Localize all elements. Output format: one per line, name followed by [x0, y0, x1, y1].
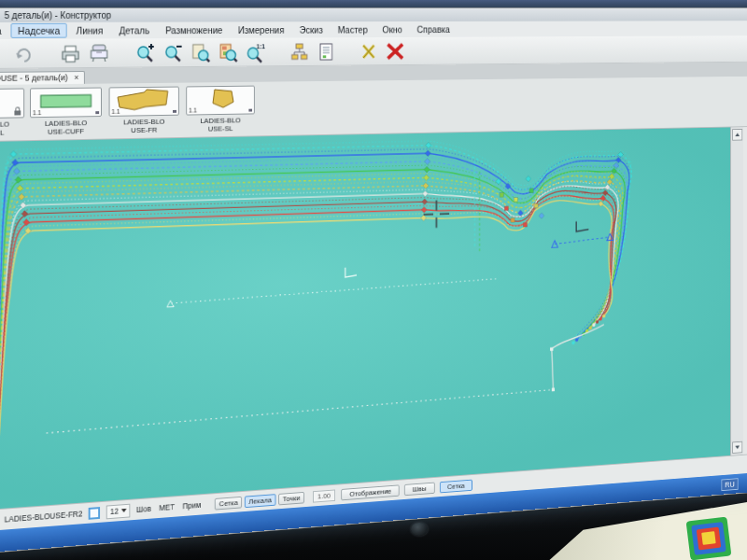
report-icon[interactable] — [316, 40, 337, 63]
status-button-1[interactable]: Швы — [404, 483, 434, 497]
menu-item-4[interactable]: Размножение — [159, 22, 230, 37]
plotter-icon[interactable] — [88, 41, 111, 65]
piece-label: LADIES-BLOUSE-COL — [0, 119, 24, 137]
chevron-down-icon — [121, 509, 127, 512]
piece-thumbnail: 1.1 — [186, 86, 255, 116]
monitor-power-button[interactable] — [411, 523, 428, 536]
piece-card-use-sl[interactable]: 1.1LADIES-BLOUSE-SL — [186, 86, 255, 133]
status-label-1: МЕТ — [159, 502, 175, 512]
window-title: 5 деталь(и) - Конструктор — [5, 10, 111, 21]
piece-scale: 1.1 — [111, 108, 120, 115]
toggle-0[interactable]: Сетка — [215, 497, 242, 511]
menu-item-5[interactable]: Измерения — [232, 22, 291, 37]
status-button-2[interactable]: Сетка — [439, 480, 472, 494]
menu-item-9[interactable]: Справка — [411, 22, 457, 36]
status-label-0: Шов — [136, 504, 151, 514]
zoom-in-icon[interactable] — [134, 41, 156, 65]
piece-thumbnail: 1.1 — [0, 89, 24, 119]
menu-item-8[interactable]: Окно — [376, 22, 409, 36]
undo-icon[interactable] — [11, 41, 35, 65]
scroll-up-icon[interactable] — [732, 129, 742, 141]
scroll-down-icon[interactable] — [732, 441, 742, 454]
piece-label: LADIES-BLOUSE-FR — [109, 118, 179, 135]
zoom-one-to-one-icon[interactable]: 1:1 — [245, 40, 267, 63]
status-toggles: СеткаЛекалаТочки — [215, 493, 306, 509]
status-labels: ШовМЕТПрим — [136, 499, 209, 514]
menu-item-7[interactable]: Мастер — [331, 22, 374, 36]
delete-red-icon[interactable] — [385, 39, 406, 63]
size-dropdown[interactable]: 12 — [106, 503, 130, 519]
window-right-edge — [743, 127, 747, 455]
piece-label: LADIES-BLOUSE-CUFF — [30, 119, 102, 136]
tab-close-icon[interactable]: × — [74, 73, 78, 82]
menu-item-3[interactable]: Деталь — [112, 23, 157, 38]
piece-thumbnail: 1.1 — [30, 88, 102, 119]
status-button-0[interactable]: Отображение — [342, 484, 400, 500]
zoom-value: 1.00 — [313, 489, 336, 502]
application-window: 5 деталь(и) - Конструктор аНадсечкаЛиния… — [0, 7, 747, 553]
toggle-1[interactable]: Лекала — [245, 494, 276, 508]
piece-label: LADIES-BLOUSE-SL — [186, 116, 255, 133]
piece-scale: 1.1 — [189, 107, 197, 114]
drawing-canvas[interactable] — [0, 127, 747, 510]
menu-item-1[interactable]: Надсечка — [10, 23, 67, 38]
menu-item-6[interactable]: Эскиз — [292, 22, 329, 36]
menu-item-2[interactable]: Линия — [69, 23, 110, 38]
zoom-area-icon[interactable] — [218, 40, 240, 63]
piece-corner-mark — [173, 110, 176, 113]
piece-card-use-fr[interactable]: 1.1LADIES-BLOUSE-FR — [109, 87, 179, 135]
menu-item-0[interactable]: а — [0, 23, 8, 38]
structure-icon[interactable] — [289, 40, 310, 63]
piece-scale: 1.1 — [33, 109, 41, 116]
delete-yellow-icon[interactable] — [359, 39, 380, 63]
zoom-page-icon[interactable] — [190, 40, 212, 63]
piece-card-use-col[interactable]: 1.1LADIES-BLOUSE-COL — [0, 89, 24, 138]
rainbow-logo — [686, 516, 732, 560]
tab-label: LADIES-BLOUSE - 5 деталь(и) — [0, 73, 68, 83]
lock-icon — [14, 110, 21, 115]
piece-card-use-cuff[interactable]: 1.1LADIES-BLOUSE-CUFF — [30, 88, 102, 137]
screen-glow — [0, 127, 747, 510]
svg-text:1:1: 1:1 — [257, 43, 265, 49]
status-checkbox[interactable] — [89, 507, 100, 520]
vertical-scrollbar[interactable] — [730, 127, 743, 455]
toggle-2[interactable]: Точки — [278, 492, 304, 505]
piece-corner-mark — [95, 111, 99, 114]
status-label-2: Прим — [182, 500, 201, 511]
zoom-out-icon[interactable] — [162, 40, 184, 63]
language-indicator[interactable]: RU — [721, 478, 738, 491]
piece-thumbnail: 1.1 — [109, 87, 179, 117]
current-piece-name: LADIES-BLOUSE-FR2 — [5, 509, 83, 524]
piece-corner-mark — [248, 109, 252, 112]
size-value: 12 — [110, 507, 119, 516]
print-icon[interactable] — [59, 41, 82, 65]
